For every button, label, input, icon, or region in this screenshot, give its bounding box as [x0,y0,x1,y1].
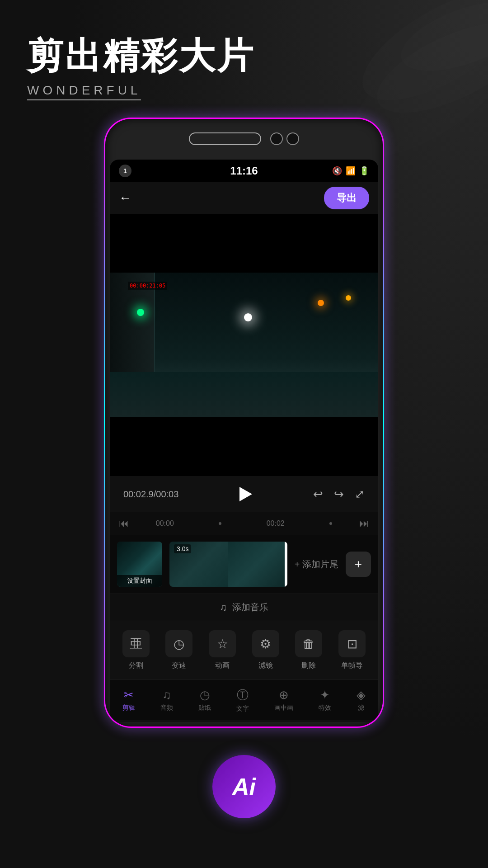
timeline-area: ⏮ 00:00 00:02 ⏭ [110,512,378,535]
filter-icon: ⚙ [252,630,279,657]
video-scene: 00:00:21:05 [110,273,378,417]
nav-sticker-label: 贴纸 [198,704,211,712]
add-tail-section: + 添加片尾 [295,558,338,571]
nav-text[interactable]: Ⓣ 文字 [236,687,249,713]
ai-badge-label: Ai [232,773,256,800]
music-icon: ♫ [162,688,171,702]
status-bar: 1 11:16 🔇 📶 🔋 [110,160,378,182]
nav-audio-label: 音频 [160,704,173,712]
phone-camera-2 [286,132,299,145]
clip-duration: 3.0s [174,544,191,553]
control-icons: ↩ ↪ ⤢ [313,487,365,501]
add-tail-text[interactable]: + 添加片尾 [295,558,338,571]
delete-icon: 🗑 [295,630,322,657]
street-light-white [244,313,252,321]
bottom-toolbar: 亜 分割 ◷ 变速 ☆ 动画 ⚙ 滤镜 🗑 删除 [110,621,378,679]
total-time: 00:03 [156,489,178,499]
phone-top-bar [105,132,383,145]
tool-filter[interactable]: ⚙ 滤镜 [252,630,279,670]
speed-label: 变速 [172,661,186,670]
phone-cameras [270,132,299,145]
tool-delete[interactable]: 🗑 删除 [295,630,322,670]
timeline-time1: 00:00 [156,519,174,528]
app-header: ← 导出 [110,182,378,214]
nav-pip[interactable]: ⊕ 画中画 [274,688,293,712]
tool-split[interactable]: 亜 分割 [122,630,150,670]
sticker-icon: ◷ [200,688,210,702]
phone-frame: 1 11:16 🔇 📶 🔋 ← 导出 [104,118,384,728]
phone-camera-1 [270,132,283,145]
nav-effects-label: 特效 [319,704,331,712]
add-music-text: 添加音乐 [232,601,268,613]
export-button[interactable]: 导出 [324,187,369,209]
animation-label: 动画 [215,661,230,670]
filter-nav-icon: ◈ [357,688,366,702]
back-button[interactable]: ← [119,191,131,205]
frame-label: 单帧导 [341,661,363,670]
nav-audio[interactable]: ♫ 音频 [160,688,173,712]
split-icon: 亜 [122,630,150,657]
phone-container: 1 11:16 🔇 📶 🔋 ← 导出 [104,118,384,728]
split-label: 分割 [129,661,143,670]
timeline-end-icon[interactable]: ⏭ [359,518,369,529]
play-icon [239,487,252,501]
street-ground [110,372,378,417]
nav-filter-label: 滤 [358,704,364,712]
speed-icon: ◷ [165,630,192,657]
animation-icon: ☆ [209,630,236,657]
notification-badge: 1 [119,165,131,177]
tool-animation[interactable]: ☆ 动画 [209,630,236,670]
current-time: 00:02.9 [123,489,154,499]
tool-frame[interactable]: ⊡ 单帧导 [338,630,366,670]
status-left: 1 [119,165,131,177]
ai-badge[interactable]: Ai [212,755,276,818]
clip-track[interactable]: 3.0s [169,542,287,587]
frame-icon: ⊡ [338,630,366,657]
clip-thumbnail-2 [228,542,287,587]
effects-icon: ✦ [320,688,330,702]
pip-icon: ⊕ [279,688,289,702]
nav-edit-label: 剪辑 [122,704,135,712]
nav-sticker[interactable]: ◷ 贴纸 [198,688,211,712]
timeline-time2: 00:02 [267,519,285,528]
timeline-track[interactable]: 00:00 00:02 [133,519,355,528]
undo-icon[interactable]: ↩ [313,487,323,501]
street-light-orange2 [346,295,351,301]
text-icon: Ⓣ [237,687,249,703]
clip-cover-label: 设置封面 [117,575,162,587]
nav-pip-label: 画中画 [274,704,293,712]
bottom-navigation: ✂ 剪辑 ♫ 音频 ◷ 贴纸 Ⓣ 文字 ⊕ 画中画 [110,679,378,720]
timeline-start-icon[interactable]: ⏮ [119,518,129,529]
battery-icon: 🔋 [359,166,369,176]
fullscreen-icon[interactable]: ⤢ [355,487,365,501]
top-section: 剪出精彩大片 WONDERFUL [27,36,255,100]
nav-effects[interactable]: ✦ 特效 [319,688,331,712]
nav-filter[interactable]: ◈ 滤 [357,688,366,712]
wifi-icon: 📶 [346,166,356,176]
add-music-bar[interactable]: ♫ 添加音乐 [110,594,378,621]
video-preview: 00:00:21:05 [110,214,378,476]
mute-icon: 🔇 [332,166,342,176]
tool-speed[interactable]: ◷ 变速 [165,630,192,670]
delete-label: 删除 [301,661,316,670]
redo-icon[interactable]: ↪ [334,487,344,501]
timeline-dot1 [219,522,221,525]
add-clip-button[interactable]: + [346,552,371,577]
clip-area: 设置封面 3.0s + 添加片尾 + [110,535,378,594]
scissors-icon: ✂ [124,688,134,702]
status-icons: 🔇 📶 🔋 [332,166,369,176]
status-time: 11:16 [230,165,258,177]
video-timestamp: 00:00:21:05 [128,282,167,290]
filter-label: 滤镜 [258,661,273,670]
clip-cover[interactable]: 设置封面 [117,542,162,587]
street-light-green [137,309,144,316]
street-light-orange [318,300,324,306]
phone-pill [189,132,261,145]
playback-controls: 00:02.9/00:03 ↩ ↪ ⤢ [110,476,378,512]
nav-edit[interactable]: ✂ 剪辑 [122,688,135,712]
nav-text-label: 文字 [236,705,249,713]
phone-screen: 1 11:16 🔇 📶 🔋 ← 导出 [110,160,378,722]
sub-title: WONDERFUL [27,83,141,100]
play-button[interactable] [235,483,257,505]
main-title: 剪出精彩大片 [27,36,255,76]
